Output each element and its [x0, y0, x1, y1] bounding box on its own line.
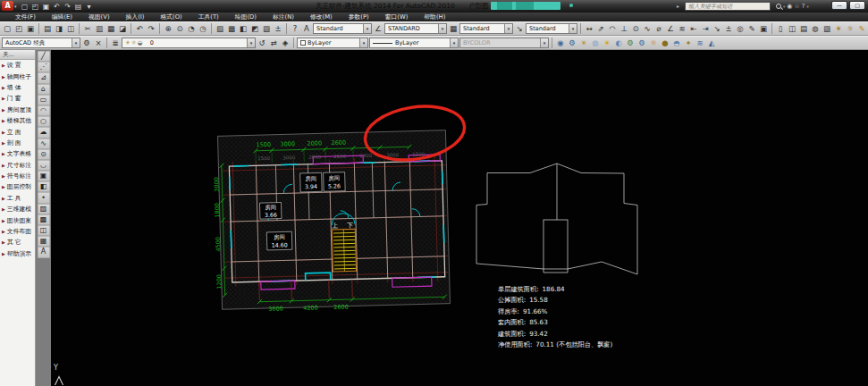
undo-icon[interactable]: ↶: [134, 23, 145, 35]
design-center-icon[interactable]: ▩: [226, 23, 237, 35]
gradient-icon[interactable]: ▩: [38, 214, 50, 225]
hatch-icon[interactable]: ▨: [38, 204, 50, 214]
sidebar-item-图块图案[interactable]: ▶图块图案: [0, 214, 35, 225]
continue-dimension-icon[interactable]: ⇥: [700, 23, 711, 35]
zoom-realtime-icon[interactable]: ⊙: [174, 23, 185, 35]
qat-undo-icon[interactable]: ↶: [52, 2, 62, 12]
new-icon[interactable]: ▢: [2, 23, 13, 35]
layer-color-swatch-icon[interactable]: ▪: [143, 38, 147, 47]
ordinate-dimension-icon[interactable]: ⊥: [619, 23, 629, 35]
workspace-combo[interactable]: AutoCAD 经典▾: [2, 38, 80, 48]
quick-dimension-icon[interactable]: ≋: [677, 23, 687, 35]
layer-states-icon[interactable]: ◈: [280, 38, 291, 49]
tarch-bulb-icon[interactable]: ☀: [602, 38, 612, 49]
open-icon[interactable]: ◰: [13, 23, 24, 35]
baseline-dimension-icon[interactable]: ⇤: [688, 23, 699, 35]
spline-icon[interactable]: ∿: [38, 138, 50, 149]
menu-文件[interactable]: 文件(F): [7, 13, 44, 21]
sidebar-item-其它[interactable]: ▶其 它: [0, 237, 35, 248]
sidebar-item-尺寸标注[interactable]: ▶尺寸标注: [0, 160, 35, 171]
markup-set-manager-icon[interactable]: ▨: [261, 23, 272, 35]
menu-帮助[interactable]: 帮助(H): [416, 13, 453, 21]
publish-icon[interactable]: ◫: [65, 23, 76, 35]
tarch-custom-icon[interactable]: ⚙: [567, 38, 577, 49]
mleader-style-icon[interactable]: ↘: [514, 23, 525, 35]
polyline-icon[interactable]: ⊿: [38, 72, 50, 83]
menu-工具[interactable]: 工具(T): [190, 13, 227, 21]
sidebar-item-图层控制[interactable]: ▶图层控制: [0, 181, 35, 192]
angular-dimension-icon[interactable]: ∠: [665, 23, 676, 35]
tarch-half-lamp-icon[interactable]: ◐: [613, 38, 624, 49]
tarch-layer-off-icon[interactable]: ◍: [590, 38, 601, 49]
light-icon[interactable]: ☀: [833, 23, 844, 35]
qat-open-icon[interactable]: ◰: [30, 2, 40, 12]
sidebar-item-文件布图[interactable]: ▶文件布图: [0, 226, 35, 237]
menu-插入[interactable]: 插入(I): [118, 13, 153, 21]
sidebar-item-剖面[interactable]: ▶剖 面: [0, 138, 35, 148]
match-properties-icon[interactable]: ◪: [117, 23, 128, 35]
table-icon[interactable]: ▦: [38, 236, 50, 247]
tarch-sphere-icon[interactable]: ◓: [671, 38, 682, 49]
workspace-save-icon[interactable]: ×: [93, 38, 104, 49]
materials-icon[interactable]: ▨: [822, 23, 832, 35]
search-dropdown-icon[interactable]: ▾: [783, 4, 785, 9]
sidebar-item-立面[interactable]: ▶立 面: [0, 126, 35, 137]
qat-plot-icon[interactable]: ▤: [73, 2, 83, 12]
linetype-combo[interactable]: ByLayer▾: [369, 38, 459, 48]
linear-dimension-icon[interactable]: ↔: [584, 23, 594, 35]
diameter-dimension-icon[interactable]: ⌀: [653, 23, 664, 35]
sun-properties-icon[interactable]: ☼: [845, 23, 855, 35]
tool-palettes-icon[interactable]: ◧: [238, 23, 249, 35]
point-icon[interactable]: ∙: [38, 192, 50, 203]
radius-dimension-icon[interactable]: ⊙: [630, 23, 641, 35]
multiline-text-icon[interactable]: A: [38, 247, 50, 257]
sidebar-item-符号标注[interactable]: ▶符号标注: [0, 171, 35, 181]
tarch-gear-blue-icon[interactable]: ⚙: [636, 38, 647, 49]
menu-修改[interactable]: 修改(M): [302, 13, 341, 21]
qat-save-icon[interactable]: ▣: [41, 2, 51, 12]
layer-properties-manager-icon[interactable]: ≣: [110, 38, 121, 49]
qat-dropdown-icon[interactable]: ▾: [84, 2, 94, 12]
sidebar-item-轴网柱子[interactable]: ▶轴网柱子: [0, 71, 35, 81]
color-combo[interactable]: ByLayer▾: [297, 38, 368, 48]
tarch-sun-icon[interactable]: ☼: [648, 38, 659, 49]
palette-header[interactable]: 天...: [0, 50, 35, 60]
table-style-combo[interactable]: Standard▾: [459, 23, 513, 34]
ellipse-arc-icon[interactable]: ◡: [38, 160, 50, 171]
dim-style-icon[interactable]: ∠: [373, 23, 383, 35]
copy-icon[interactable]: ▥: [94, 23, 105, 35]
mleader-style-combo[interactable]: Standard▾: [526, 23, 577, 34]
plot-preview-icon[interactable]: ◨: [54, 23, 64, 35]
help-icon[interactable]: ?: [802, 2, 805, 11]
table-style-icon[interactable]: ▦: [448, 23, 459, 35]
jogged-dimension-icon[interactable]: ∿: [642, 23, 653, 35]
sidebar-item-工具[interactable]: ▶工 具: [0, 193, 35, 204]
sidebar-item-房间屋顶[interactable]: ▶房间屋顶: [0, 105, 35, 115]
drawing-canvas[interactable]: 上 下 房间 3.94 房间 5.26 房间 3.66 房间 14.60: [51, 50, 868, 386]
communication-center-icon[interactable]: ◉: [787, 2, 792, 11]
tarch-ball-icon[interactable]: ●: [660, 38, 670, 49]
sidebar-item-墙体[interactable]: ▶墙 体: [0, 82, 35, 93]
workspace-settings-icon[interactable]: ⚙: [81, 38, 92, 49]
save-icon[interactable]: ▣: [25, 23, 36, 35]
sidebar-item-帮助演示[interactable]: ▶帮助演示: [0, 248, 35, 259]
layer-freeze-icon[interactable]: ☼: [131, 38, 137, 47]
tarch-leaf-icon[interactable]: ✦: [683, 38, 694, 49]
tolerance-icon[interactable]: ±: [723, 23, 734, 35]
arc-length-dimension-icon[interactable]: ◠: [607, 23, 618, 35]
zoom-previous-icon[interactable]: ◷: [198, 23, 208, 35]
tarch-screen-menu-icon[interactable]: ◉: [555, 38, 566, 49]
qat-redo-icon[interactable]: ↷: [63, 2, 72, 12]
paste-icon[interactable]: ▦: [105, 23, 116, 35]
plot-icon[interactable]: ▤: [42, 23, 53, 35]
dimension-edit-icon[interactable]: ✎: [746, 23, 757, 35]
render-icon[interactable]: ◍: [810, 23, 821, 35]
layer-previous-icon[interactable]: ⇄: [268, 38, 279, 49]
logo-dropdown-icon[interactable]: ▾: [14, 4, 17, 9]
rectangle-icon[interactable]: ▭: [38, 95, 50, 105]
menu-标注[interactable]: 标注(N): [265, 13, 302, 21]
make-block-icon[interactable]: ◧: [38, 181, 50, 192]
text-style-icon[interactable]: A: [301, 23, 312, 35]
circle-icon[interactable]: ○: [38, 116, 50, 127]
sketch-brush-icon[interactable]: ✎: [856, 23, 867, 35]
